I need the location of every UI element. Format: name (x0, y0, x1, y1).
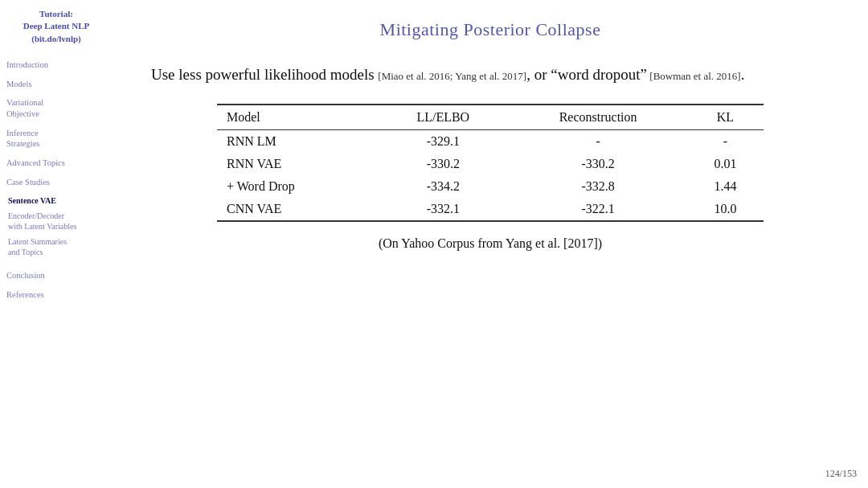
cell-reconstruction: -332.8 (509, 175, 686, 198)
cell-reconstruction: -322.1 (509, 198, 686, 221)
col-reconstruction: Reconstruction (509, 105, 686, 130)
body-mid: , or “word dropout” (526, 66, 647, 83)
sidebar-item-references[interactable]: References (6, 289, 106, 301)
sidebar-item-variational[interactable]: VariationalObjective (6, 97, 106, 119)
table-row: CNN VAE -332.1 -322.1 10.0 (217, 198, 764, 221)
sidebar-item-models[interactable]: Models (6, 79, 106, 90)
slide-title: Mitigating Posterior Collapse (151, 19, 829, 40)
body-text: Use less powerful likelihood models [Mia… (151, 63, 829, 86)
col-ll-elbo: LL/ELBO (377, 105, 509, 130)
page-number: 124/153 (825, 468, 857, 480)
cell-model: CNN VAE (217, 198, 377, 221)
main-content: Mitigating Posterior Collapse Use less p… (113, 0, 868, 488)
data-table-wrapper: Model LL/ELBO Reconstruction KL RNN LM -… (217, 104, 764, 251)
cell-kl: 0.01 (687, 153, 764, 175)
cell-model: RNN LM (217, 130, 377, 154)
table-row: + Word Drop -334.2 -332.8 1.44 (217, 175, 764, 198)
sidebar-item-introduction[interactable]: Introduction (6, 59, 106, 71)
sidebar: Tutorial:Deep Latent NLP(bit.do/lvnlp) I… (0, 0, 113, 488)
cell-reconstruction: - (509, 130, 686, 154)
sidebar-title: Tutorial:Deep Latent NLP(bit.do/lvnlp) (6, 8, 106, 45)
body-end: . (741, 66, 745, 83)
sidebar-item-latent-summaries[interactable]: Latent Summariesand Topics (6, 236, 106, 257)
cell-reconstruction: -330.2 (509, 153, 686, 175)
sidebar-item-sentence-vae[interactable]: Sentence VAE (6, 195, 106, 206)
cell-kl: 10.0 (687, 198, 764, 221)
sidebar-item-advanced[interactable]: Advanced Topics (6, 158, 106, 169)
body-main: Use less powerful likelihood models (151, 66, 378, 83)
cell-kl: 1.44 (687, 175, 764, 198)
cell-ll-elbo: -332.1 (377, 198, 509, 221)
results-table: Model LL/ELBO Reconstruction KL RNN LM -… (217, 104, 764, 222)
cell-ll-elbo: -329.1 (377, 130, 509, 154)
body-cite1: [Miao et al. 2016; Yang et al. 2017] (378, 70, 526, 82)
table-caption: (On Yahoo Corpus from Yang et al. [2017]… (217, 236, 764, 251)
col-kl: KL (687, 105, 764, 130)
table-row: RNN LM -329.1 - - (217, 130, 764, 154)
cell-kl: - (687, 130, 764, 154)
sidebar-item-encoder-decoder[interactable]: Encoder/Decoderwith Latent Variables (6, 211, 106, 232)
sidebar-item-conclusion[interactable]: Conclusion (6, 270, 106, 281)
table-header-row: Model LL/ELBO Reconstruction KL (217, 105, 764, 130)
body-cite2: [Bowman et al. 2016] (647, 70, 741, 82)
cell-model: + Word Drop (217, 175, 377, 198)
sidebar-item-case-studies[interactable]: Case Studies (6, 177, 106, 188)
col-model: Model (217, 105, 377, 130)
cell-ll-elbo: -330.2 (377, 153, 509, 175)
cell-ll-elbo: -334.2 (377, 175, 509, 198)
cell-model: RNN VAE (217, 153, 377, 175)
table-row: RNN VAE -330.2 -330.2 0.01 (217, 153, 764, 175)
sidebar-item-inference[interactable]: InferenceStrategies (6, 128, 106, 150)
